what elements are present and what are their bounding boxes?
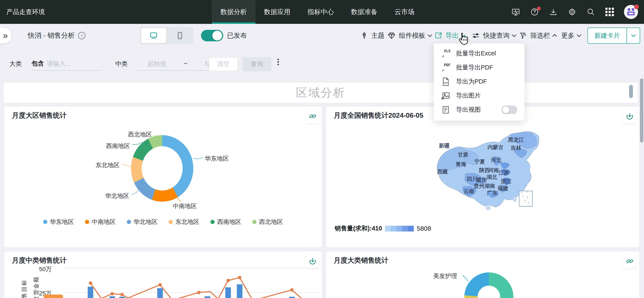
pdf-export-icon: PDF↗ <box>441 63 450 72</box>
province-label: 福建 <box>498 185 508 192</box>
new-card-split-button: 新建卡片 <box>588 27 640 44</box>
donut-leader-line <box>326 252 639 298</box>
range-separator: ~ <box>184 60 188 67</box>
funnel-icon <box>519 31 527 40</box>
filter1-operator[interactable]: 包含 <box>32 59 44 68</box>
gem-icon <box>387 31 396 40</box>
menu-item-export-image[interactable]: 导出图片 <box>434 89 524 103</box>
legend-item[interactable]: 华北地区 <box>127 218 158 226</box>
tab-cloud-market[interactable]: 云市场 <box>386 0 423 24</box>
legend-item[interactable]: 中南地区 <box>85 218 116 226</box>
query-button[interactable]: 查询 <box>242 57 272 71</box>
help-icon[interactable] <box>530 7 539 16</box>
province-label: 吉林 <box>511 144 521 151</box>
topbar: 产品走查环境 数据分析 数据应用 指标中心 数据准备 云市场 <box>0 0 644 24</box>
card-region-donut: 月度大区销售统计 西北地区 西南地区 东北地区 华北地区 中南地区 华东地区 华… <box>4 107 322 247</box>
view-export-icon <box>441 105 450 114</box>
section-title-band: 区域分析 <box>4 83 638 103</box>
donut-legend: 华东地区 中南地区 华北地区 东北地区 西南地区 西北地区 <box>4 218 322 226</box>
range-start-input[interactable] <box>143 60 171 67</box>
filter-more-menu[interactable] <box>278 57 279 66</box>
bar-line-chart[interactable] <box>17 262 320 298</box>
card-title: 月度全国销售统计2024-06-05 <box>334 111 423 120</box>
expand-sidebar-button[interactable]: » <box>0 28 12 43</box>
scale-swatches <box>385 226 414 232</box>
tab-data-preparation[interactable]: 数据准备 <box>342 0 386 24</box>
province-label: 宁夏 <box>474 158 485 165</box>
svg-text:PDF: PDF <box>444 82 448 84</box>
desktop-view-button[interactable] <box>141 28 166 43</box>
publish-label: 已发布 <box>227 31 247 40</box>
tab-data-analysis[interactable]: 数据分析 <box>212 0 256 24</box>
drill-down-icon[interactable] <box>623 109 637 123</box>
province-label: 湖北 <box>486 174 497 181</box>
filter-row: 大类 包含 中类 ~ 清空 查询 <box>0 52 644 76</box>
menu-item-export-as-pdf[interactable]: PDF 导出为PDF <box>434 75 524 89</box>
sliders-icon <box>472 31 480 40</box>
filter2-label: 中类 <box>115 60 128 68</box>
theme-button[interactable]: 主题 <box>360 24 384 47</box>
menu-item-batch-export-excel[interactable]: XLS↗ 批量导出Excel <box>434 46 524 60</box>
page-scrollbar[interactable] <box>640 78 643 142</box>
robot-avatar-icon <box>627 8 635 15</box>
filter-bar-button[interactable]: 筛选栏 <box>519 24 556 47</box>
legend-item[interactable]: 华东地区 <box>43 218 74 226</box>
settings-icon[interactable] <box>568 7 576 16</box>
dashboard-title: 快消 - 销售分析 <box>28 31 75 40</box>
province-label: 四川 <box>467 175 477 182</box>
xls-export-icon: XLS↗ <box>441 49 450 58</box>
info-icon[interactable]: i <box>78 32 85 39</box>
china-map[interactable]: 新疆 甘肃 青海 西藏 宁夏 内蒙古 黑龙江 吉林 河北 陕西 河南 江苏 湖北… <box>431 128 550 217</box>
filter1-label: 大类 <box>10 60 22 68</box>
component-template-button[interactable]: 组件模板 <box>387 24 432 47</box>
scale-min-label: 销售量(求和):410 <box>334 224 382 233</box>
export-view-toggle[interactable] <box>502 105 517 114</box>
avatar-notification-dot <box>634 4 639 9</box>
search-icon[interactable] <box>586 7 595 16</box>
donut-leader-lines <box>4 107 322 247</box>
tab-data-application[interactable]: 数据应用 <box>256 0 299 24</box>
legend-item[interactable]: 西南地区 <box>210 218 241 226</box>
export-menu: XLS↗ 批量导出Excel PDF↗ 批量导出PDF PDF 导出为PDF 导… <box>434 43 524 121</box>
image-export-icon <box>441 91 450 100</box>
scale-max-label: 5808 <box>417 225 431 232</box>
province-label: 贵州 <box>474 182 484 190</box>
tab-metric-center[interactable]: 指标中心 <box>299 0 342 24</box>
new-card-dropdown-button[interactable] <box>626 28 640 43</box>
card-china-map: 月度全国销售统计2024-06-05 <box>326 107 639 247</box>
province-label: 湖南 <box>484 182 495 190</box>
menu-item-batch-export-pdf[interactable]: PDF↗ 批量导出PDF <box>434 60 524 75</box>
province-label: 广东 <box>487 190 498 197</box>
filter1-input[interactable] <box>47 60 94 67</box>
province-label: 内蒙古 <box>488 144 504 151</box>
province-label: 河南 <box>488 167 499 174</box>
device-segmented-control <box>140 27 194 44</box>
avatar[interactable] <box>624 5 638 19</box>
download-icon[interactable] <box>549 7 558 16</box>
pdf-file-icon: PDF <box>441 77 450 86</box>
province-label: 青海 <box>456 161 466 168</box>
province-label: 江苏 <box>499 169 509 176</box>
menu-item-export-view[interactable]: 导出视图 <box>434 103 524 117</box>
legend-item[interactable]: 西北地区 <box>252 218 283 226</box>
apps-grid-icon[interactable] <box>605 7 614 16</box>
legend-item[interactable]: 东北地区 <box>168 218 199 226</box>
mouse-cursor <box>458 32 469 46</box>
more-button[interactable]: 更多 <box>561 24 580 47</box>
province-label: 西藏 <box>437 168 448 175</box>
inner-scrollbar[interactable] <box>629 85 633 98</box>
app-title: 产品走查环境 <box>6 0 45 24</box>
main-nav: 数据分析 数据应用 指标中心 数据准备 云市场 <box>212 0 423 24</box>
province-label: 黑龙江 <box>508 136 524 143</box>
new-card-button[interactable]: 新建卡片 <box>588 28 626 43</box>
card-major-category: 月度大类销售统计 美发护理 <box>326 252 639 298</box>
card-mid-category: 月度中类销售统计 50万 25万 销售目标 发货金额 <box>4 252 322 298</box>
export-icon <box>434 31 442 40</box>
province-label: 河北 <box>491 156 502 164</box>
mobile-view-button[interactable] <box>167 28 192 43</box>
publish-toggle[interactable] <box>201 30 223 41</box>
province-label: 新疆 <box>439 142 450 149</box>
monitor-pulse-icon[interactable] <box>511 7 520 16</box>
clear-button[interactable]: 清空 <box>209 57 238 71</box>
map-color-scale: 销售量(求和):410 5808 <box>334 224 431 233</box>
